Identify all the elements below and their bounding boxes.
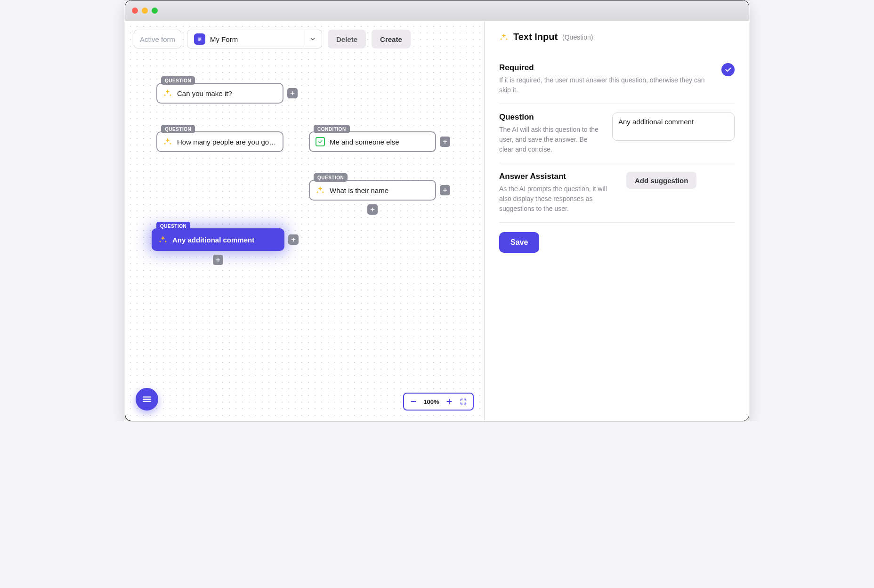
properties-panel: Text Input (Question) Required If it is …: [485, 21, 749, 421]
node-text: What is their name: [330, 186, 388, 194]
canvas-toolbar: Active form My Form Delete Create: [134, 30, 411, 48]
add-suggestion-button[interactable]: Add suggestion: [626, 172, 696, 189]
node-tag: QUESTION: [161, 125, 195, 133]
assistant-desc: As the AI prompts the question, it will …: [499, 184, 617, 214]
zoom-control: 100%: [403, 393, 474, 411]
titlebar: [125, 0, 749, 21]
required-desc: If it is required, the user must answer …: [499, 75, 712, 95]
traffic-lights: [132, 8, 158, 14]
node-tag: QUESTION: [161, 76, 195, 85]
add-branch-right[interactable]: [287, 88, 298, 98]
zoom-level: 100%: [423, 398, 440, 405]
svg-rect-3: [198, 40, 200, 40]
node-card[interactable]: Can you make it?: [156, 83, 283, 104]
add-branch-bottom[interactable]: [213, 255, 223, 265]
menu-fab[interactable]: [136, 388, 158, 411]
form-name: My Form: [210, 35, 238, 43]
svg-rect-2: [198, 39, 201, 40]
add-branch-right[interactable]: [288, 234, 299, 245]
form-icon: [194, 33, 205, 45]
sparkle-icon: [499, 32, 509, 42]
node-text: Can you make it?: [177, 89, 232, 97]
node-text: Any additional comment: [172, 236, 254, 244]
sparkle-icon: [316, 185, 325, 195]
flow-node-question-1: QUESTION Can you make it?: [156, 83, 283, 104]
add-branch-right[interactable]: [440, 185, 450, 195]
add-branch-bottom[interactable]: [367, 204, 378, 215]
required-toggle[interactable]: [721, 63, 735, 76]
form-selector-caret[interactable]: [303, 30, 322, 48]
node-card[interactable]: What is their name: [309, 180, 436, 201]
zoom-out-button[interactable]: [409, 397, 418, 406]
active-form-chip: Active form: [134, 30, 181, 48]
form-selector[interactable]: My Form: [187, 30, 322, 48]
required-label: Required: [499, 63, 712, 72]
save-button[interactable]: Save: [499, 232, 539, 253]
panel-subtitle: (Question): [562, 33, 593, 41]
flow-node-question-3: QUESTION What is their name: [309, 180, 436, 201]
node-tag: CONDITION: [314, 125, 350, 133]
condition-icon: [316, 137, 325, 146]
zoom-in-button[interactable]: [445, 397, 454, 406]
minimize-window-button[interactable]: [142, 8, 148, 14]
node-card-selected[interactable]: Any additional comment: [152, 228, 284, 251]
add-branch-right[interactable]: [440, 137, 450, 147]
svg-rect-1: [198, 38, 201, 39]
question-label: Question: [499, 113, 603, 122]
panel-title: Text Input: [513, 32, 558, 42]
canvas-pane[interactable]: Active form My Form Delete Create: [125, 21, 485, 421]
active-form-label: Active form: [134, 35, 181, 43]
question-input[interactable]: [612, 113, 735, 141]
node-text: How many people are you going …: [177, 138, 277, 146]
close-window-button[interactable]: [132, 8, 138, 14]
assistant-label: Answer Assistant: [499, 172, 617, 181]
zoom-fit-button[interactable]: [459, 397, 468, 406]
sparkle-icon: [163, 137, 172, 146]
delete-button[interactable]: Delete: [328, 30, 366, 48]
app-window: Active form My Form Delete Create: [125, 0, 749, 421]
sparkle-icon: [163, 89, 172, 98]
flow-node-condition-1: CONDITION Me and someone else: [309, 131, 436, 152]
node-card[interactable]: How many people are you going …: [156, 131, 283, 152]
flow-node-question-2: QUESTION How many people are you going …: [156, 131, 283, 152]
node-tag: QUESTION: [156, 222, 190, 230]
sparkle-icon: [158, 235, 168, 244]
question-desc: The AI will ask this question to the use…: [499, 125, 603, 154]
node-text: Me and someone else: [330, 138, 399, 146]
node-tag: QUESTION: [314, 173, 348, 182]
node-card[interactable]: Me and someone else: [309, 131, 436, 152]
maximize-window-button[interactable]: [152, 8, 158, 14]
flow-node-question-4: QUESTION Any additional comment: [152, 228, 284, 251]
create-button[interactable]: Create: [372, 30, 411, 48]
